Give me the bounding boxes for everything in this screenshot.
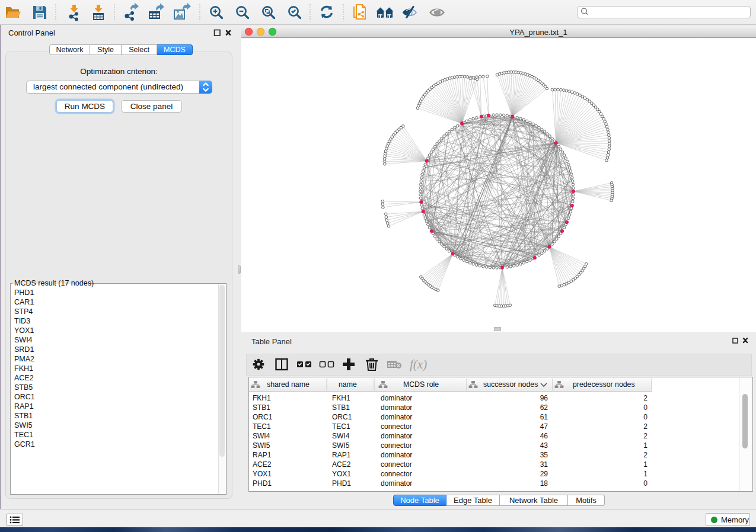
svg-text:f(x): f(x) [410,357,427,371]
